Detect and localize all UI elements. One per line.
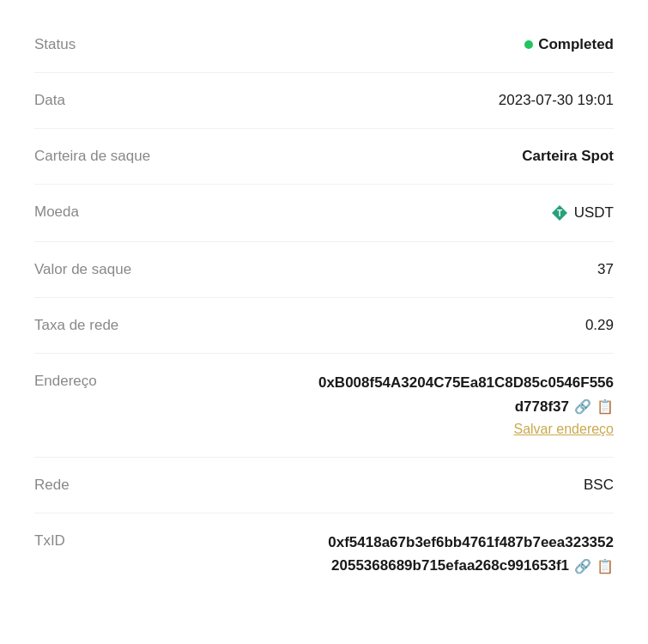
svg-text:T: T (557, 209, 562, 218)
save-address-link-container: Salvar endereço (513, 421, 614, 438)
label-status: Status (34, 36, 172, 53)
address-line2: d778f37 🔗 📋 (515, 397, 614, 417)
save-address-link[interactable]: Salvar endereço (513, 422, 614, 436)
status-completed: Completed (524, 36, 614, 53)
address-text-line2: d778f37 (515, 397, 569, 417)
row-rede: RedeBSC (34, 458, 614, 513)
status-label: Completed (538, 36, 614, 53)
label-rede: Rede (34, 477, 172, 494)
bold-value-carteira: Carteira Spot (522, 148, 614, 165)
txid-line2: 2055368689b715efaa268c991653f1 🔗 📋 (331, 556, 614, 576)
link-icon[interactable]: 🔗 (574, 398, 591, 415)
row-taxa: Taxa de rede0.29 (34, 298, 614, 354)
value-endereco: 0xB008f54A3204C75Ea81C8D85c0546F556 d778… (318, 373, 614, 438)
txid-link-icon[interactable]: 🔗 (574, 558, 591, 574)
address-text-line1: 0xB008f54A3204C75Ea81C8D85c0546F556 (318, 373, 614, 393)
txid-text-line2: 2055368689b715efaa268c991653f1 (331, 556, 569, 576)
address-line1: 0xB008f54A3204C75Ea81C8D85c0546F556 (318, 373, 614, 393)
value-rede: BSC (584, 477, 614, 494)
value-taxa: 0.29 (585, 317, 614, 334)
value-carteira: Carteira Spot (522, 148, 614, 165)
label-valor: Valor de saque (34, 261, 172, 278)
label-endereco: Endereço (34, 373, 172, 390)
txid-text-line1: 0xf5418a67b3ef6bb4761f487b7eea323352 (328, 532, 614, 553)
value-status: Completed (524, 36, 614, 53)
row-endereco: Endereço 0xB008f54A3204C75Ea81C8D85c0546… (34, 354, 614, 458)
value-valor: 37 (597, 261, 614, 278)
txid-line1: 0xf5418a67b3ef6bb4761f487b7eea323352 (328, 532, 614, 553)
label-moeda: Moeda (34, 204, 172, 221)
value-txid: 0xf5418a67b3ef6bb4761f487b7eea323352 205… (328, 532, 614, 577)
row-data: Data2023-07-30 19:01 (34, 73, 614, 129)
copy-icon[interactable]: 📋 (597, 398, 614, 415)
row-valor: Valor de saque37 (34, 242, 614, 298)
txid-block: 0xf5418a67b3ef6bb4761f487b7eea323352 205… (328, 532, 614, 577)
value-data: 2023-07-30 19:01 (499, 92, 614, 109)
label-txid: TxID (34, 532, 172, 550)
address-block: 0xB008f54A3204C75Ea81C8D85c0546F556 d778… (318, 373, 614, 438)
row-txid: TxID 0xf5418a67b3ef6bb4761f487b7eea32335… (34, 513, 614, 596)
row-carteira: Carteira de saqueCarteira Spot (34, 129, 614, 185)
usdt-icon: T (550, 204, 569, 222)
row-status: Status Completed (34, 17, 614, 73)
label-taxa: Taxa de rede (34, 317, 172, 334)
value-moeda: T USDT (550, 204, 614, 222)
txid-copy-icon[interactable]: 📋 (597, 558, 614, 574)
label-carteira: Carteira de saque (34, 148, 172, 165)
row-moeda: Moeda T USDT (34, 185, 614, 242)
currency-value: USDT (574, 204, 614, 222)
status-dot (524, 40, 533, 49)
label-data: Data (34, 92, 172, 109)
